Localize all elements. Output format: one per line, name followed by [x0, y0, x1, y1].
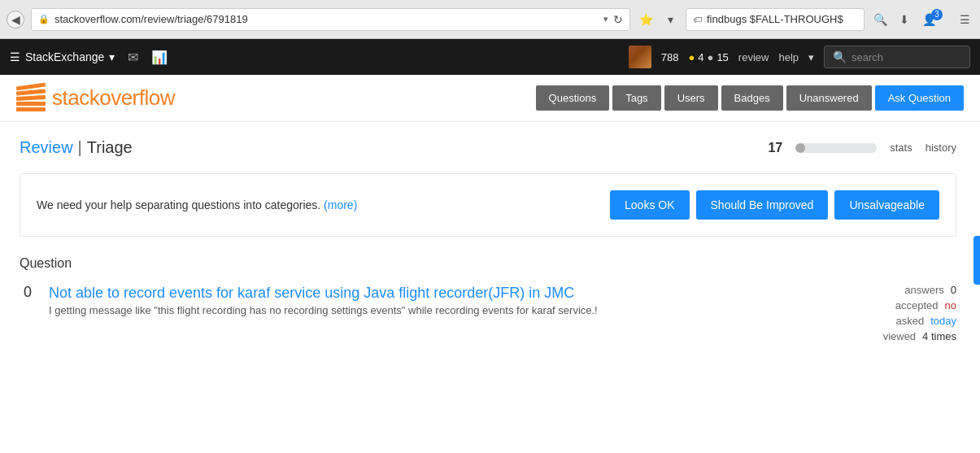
question-body: Not able to record events for karaf serv… [49, 284, 830, 346]
action-panel-message: We need your help separating questions i… [37, 198, 320, 211]
browser-right-icons: ⭐ ▾ 🏷 findbugs $FALL-THROUGH$ 🔍 ⬇ 👤 3 ☰ [637, 8, 973, 31]
inbox-icon[interactable]: ✉ [128, 50, 138, 65]
review-header: Review | Triage 17 stats history [20, 138, 956, 157]
stats-link[interactable]: stats [890, 142, 912, 154]
breadcrumb: Review | Triage [20, 138, 133, 157]
badges-button[interactable]: Badges [721, 85, 783, 111]
bookmark-icon[interactable]: ⭐ [637, 11, 655, 28]
url-text: stackoverflow.com/review/triage/6791819 [54, 13, 599, 25]
main-content: Review | Triage 17 stats history We need… [0, 122, 976, 362]
so-logo-icon [16, 85, 46, 111]
side-accent-bar [973, 236, 980, 285]
question-section-label: Question [20, 256, 956, 271]
lock-icon: 🔒 [38, 14, 50, 24]
header-nav: Questions Tags Users Badges Unanswered A… [536, 85, 964, 111]
accepted-value: no [945, 299, 956, 311]
top-nav-search[interactable]: 🔍 search [824, 46, 970, 68]
browser-search-text: findbugs $FALL-THROUGH$ [707, 13, 843, 25]
brand-link[interactable]: ☰ StackExchange ▾ [10, 50, 115, 63]
search-icon[interactable]: 🔍 [871, 11, 889, 28]
hamburger-icon: ☰ [10, 50, 20, 63]
gold-badge-dot: ● [688, 51, 695, 63]
unsalvageable-button[interactable]: Unsalvageable [834, 190, 939, 220]
action-panel-text: We need your help separating questions i… [37, 198, 357, 211]
question-excerpt: I getting message like "this flight reco… [49, 303, 830, 319]
browser-chrome: ◀ 🔒 stackoverflow.com/review/triage/6791… [0, 0, 980, 39]
logo-bar-5 [16, 107, 46, 111]
accepted-label: accepted [895, 299, 939, 311]
progress-number: 17 [768, 141, 782, 155]
meta-accepted-row: accepted no [843, 299, 956, 311]
unanswered-button[interactable]: Unanswered [786, 85, 872, 111]
question-title-link[interactable]: Not able to record events for karaf serv… [49, 285, 574, 301]
question-item: 0 Not able to record events for karaf se… [20, 284, 956, 346]
meta-answers-row: answers 0 [843, 284, 956, 296]
asked-value: today [930, 315, 956, 327]
logo-text-start: stack [52, 85, 99, 110]
questions-button[interactable]: Questions [536, 85, 610, 111]
top-nav: ☰ StackExchange ▾ ✉ 📊 788 ● 4 ● 15 revie… [0, 39, 980, 75]
question-meta: answers 0 accepted no asked today viewed… [843, 284, 956, 346]
so-logo[interactable]: stackoverflow [16, 85, 175, 111]
meta-asked-row: asked today [843, 315, 956, 327]
user-icon: 🏷 [693, 15, 702, 24]
page-header: stackoverflow Questions Tags Users Badge… [0, 75, 980, 122]
search-placeholder: search [852, 51, 883, 63]
logo-bar-3 [16, 95, 46, 101]
bookmark-dropdown-icon[interactable]: ▾ [661, 11, 679, 28]
brand-dropdown-icon: ▾ [109, 50, 115, 63]
looks-ok-button[interactable]: Looks OK [610, 190, 689, 220]
breadcrumb-review-link[interactable]: Review [20, 138, 73, 157]
search-icon: 🔍 [833, 50, 847, 63]
download-icon[interactable]: ⬇ [895, 11, 913, 28]
silver-badge-count: 15 [716, 51, 728, 63]
logo-text-end: overflow [99, 85, 175, 110]
users-button[interactable]: Users [664, 85, 718, 111]
avatar-image [629, 46, 651, 68]
back-icon: ◀ [11, 13, 20, 26]
review-stats: 17 stats history [768, 141, 956, 155]
gold-badge-count: 4 [698, 51, 703, 63]
back-button[interactable]: ◀ [7, 11, 24, 28]
notification-badge: 3 [931, 9, 943, 20]
history-link[interactable]: history [926, 142, 956, 154]
breadcrumb-current: Triage [87, 138, 133, 157]
help-dropdown-icon: ▾ [808, 51, 814, 63]
logo-stack [16, 85, 46, 111]
question-section: Question 0 Not able to record events for… [20, 256, 956, 346]
action-buttons: Looks OK Should Be Improved Unsalvageabl… [610, 190, 939, 220]
user-badges: ● 4 ● 15 [688, 51, 728, 63]
user-reputation: 788 [661, 51, 679, 63]
answers-value: 0 [951, 284, 956, 296]
silver-badge-dot: ● [708, 51, 714, 63]
viewed-value: 4 times [922, 330, 956, 342]
action-panel-more-link[interactable]: (more) [324, 198, 357, 211]
ask-question-button[interactable]: Ask Question [875, 85, 964, 111]
progress-bar-container [795, 143, 877, 153]
progress-bar-fill [795, 143, 805, 153]
meta-viewed-row: viewed 4 times [843, 330, 956, 342]
menu-icon[interactable]: ☰ [956, 11, 973, 28]
asked-label: asked [895, 315, 924, 327]
breadcrumb-separator: | [78, 138, 82, 157]
avatar[interactable] [629, 46, 651, 68]
answers-label: answers [904, 284, 943, 296]
top-nav-right: 788 ● 4 ● 15 review help ▾ 🔍 search [629, 46, 970, 68]
should-be-improved-button[interactable]: Should Be Improved [696, 190, 829, 220]
tags-button[interactable]: Tags [612, 85, 660, 111]
dropdown-icon: ▾ [603, 14, 608, 24]
review-nav-link[interactable]: review [738, 51, 769, 63]
vote-count: 0 [20, 284, 36, 346]
viewed-label: viewed [883, 330, 916, 342]
url-bar[interactable]: 🔒 stackoverflow.com/review/triage/679181… [31, 8, 630, 31]
brand-name: StackExchange [25, 50, 104, 63]
browser-search-bar[interactable]: 🏷 findbugs $FALL-THROUGH$ [686, 8, 865, 31]
help-nav-link[interactable]: help [778, 51, 799, 63]
logo-text: stackoverflow [52, 85, 175, 111]
achievements-icon[interactable]: 📊 [151, 50, 168, 65]
action-panel: We need your help separating questions i… [20, 173, 956, 237]
refresh-button[interactable]: ↻ [613, 13, 623, 26]
logo-bar-4 [16, 102, 46, 106]
